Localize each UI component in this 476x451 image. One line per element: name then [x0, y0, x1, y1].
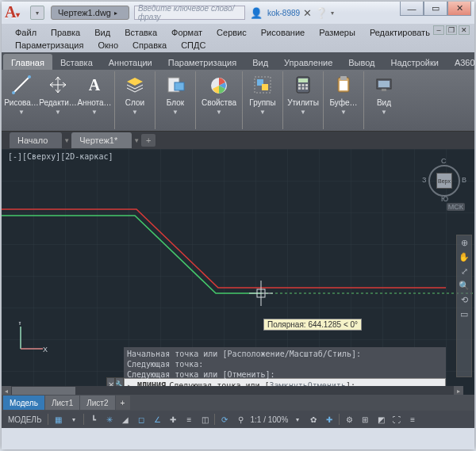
- viewport-label[interactable]: [-][Сверху][2D-каркас]: [8, 152, 113, 161]
- menu-modify[interactable]: Редактировать: [363, 25, 437, 38]
- ribbon-tab-parametric[interactable]: Параметризация: [160, 54, 244, 70]
- maximize-button[interactable]: ▭: [424, 2, 447, 16]
- lineweight-icon[interactable]: ≡: [182, 413, 195, 426]
- ribbon-tab-view[interactable]: Вид: [244, 54, 276, 70]
- menu-view[interactable]: Вид: [87, 25, 117, 38]
- exchange-icon[interactable]: ✕: [303, 7, 312, 19]
- menu-tools[interactable]: Сервис: [209, 25, 254, 38]
- ribbon-tab-a360[interactable]: A360: [447, 54, 476, 70]
- menu-parametric[interactable]: Параметризация: [8, 38, 90, 51]
- menu-format[interactable]: Формат: [164, 25, 209, 38]
- menu-help[interactable]: Справка: [125, 38, 174, 51]
- svg-rect-12: [302, 84, 305, 86]
- viewcube-south[interactable]: Ю: [441, 195, 448, 203]
- close-button[interactable]: ✕: [447, 2, 471, 16]
- snap-toggle-icon[interactable]: ┗: [87, 413, 100, 426]
- app-logo-icon[interactable]: A▾: [5, 4, 27, 21]
- titlebar: A▾ ▾ Чертеж1.dwg▸ Введите ключевое слово…: [2, 2, 474, 24]
- quickaccess-dropdown[interactable]: ▾: [30, 6, 44, 20]
- ribbon-tab-addins[interactable]: Надстройки: [383, 54, 447, 70]
- viewcube-east[interactable]: В: [462, 176, 466, 184]
- help-icon[interactable]: ❔: [315, 7, 328, 19]
- navigation-bar[interactable]: ⊕ ✋ ⤢ 🔍 ⟲ ▭: [456, 235, 472, 377]
- modify-panel-button[interactable]: Редакти…▼: [40, 71, 76, 117]
- isolate-icon[interactable]: ◩: [374, 413, 387, 426]
- cycling-icon[interactable]: ⟳: [218, 413, 231, 426]
- file-tab-drawing1[interactable]: Чертеж1*: [71, 132, 132, 148]
- ribbon-tab-manage[interactable]: Управление: [276, 54, 340, 70]
- layout-tab-sheet2[interactable]: Лист2: [80, 396, 114, 410]
- polar-toggle-icon[interactable]: ✳: [103, 413, 116, 426]
- annoscale-icon[interactable]: ⚲: [234, 413, 247, 426]
- username-label[interactable]: kok-8989: [267, 9, 300, 17]
- svg-rect-16: [305, 87, 308, 90]
- customize-icon[interactable]: ≡: [406, 413, 419, 426]
- navwheel-icon[interactable]: ⊕: [459, 237, 470, 248]
- file-tab-new[interactable]: +: [141, 134, 155, 147]
- view-panel-button[interactable]: Вид▼: [366, 71, 402, 117]
- signin-icon[interactable]: 👤: [250, 7, 263, 19]
- layout-tab-sheet1[interactable]: Лист1: [45, 396, 79, 410]
- viewcube[interactable]: Верх С В Ю З МСК: [427, 159, 462, 206]
- file-tab-start[interactable]: Начало: [10, 132, 62, 148]
- calc-icon: [291, 73, 315, 97]
- layout-tab-model[interactable]: Модель: [3, 396, 44, 410]
- zoom-extents-icon[interactable]: ⤢: [459, 266, 470, 277]
- dyn-input-icon[interactable]: ✚: [167, 413, 179, 426]
- ribbon-tab-home[interactable]: Главная: [3, 54, 52, 70]
- clipboard-panel-button[interactable]: Буфе…▼: [325, 71, 362, 117]
- ribbon-tab-insert[interactable]: Вставка: [52, 54, 101, 70]
- svg-rect-14: [298, 87, 301, 90]
- help-search-input[interactable]: Введите ключевое слово/фразу: [134, 6, 245, 20]
- draw-panel-button[interactable]: Рисова…▼: [3, 71, 40, 117]
- svg-rect-11: [298, 84, 301, 86]
- doc-restore-button[interactable]: ❐: [446, 25, 457, 35]
- ucs-icon: Y X: [16, 322, 48, 354]
- osnap-toggle-icon[interactable]: ◻: [135, 413, 148, 426]
- ribbon-tab-annotate[interactable]: Аннотации: [101, 54, 160, 70]
- svg-rect-22: [382, 89, 386, 91]
- doc-minimize-button[interactable]: –: [433, 25, 444, 35]
- transparency-icon[interactable]: ◫: [198, 413, 211, 426]
- viewcube-ucs[interactable]: МСК: [447, 203, 465, 211]
- scale-label[interactable]: 1:1 / 100%: [250, 413, 288, 426]
- menu-insert[interactable]: Вставка: [117, 25, 164, 38]
- horizontal-scrollbar[interactable]: ◂▸: [2, 386, 463, 395]
- menu-dimension[interactable]: Размеры: [312, 25, 363, 38]
- showmotion-icon[interactable]: ▭: [459, 308, 470, 319]
- gear-icon[interactable]: ✿: [307, 413, 320, 426]
- annotation-panel-button[interactable]: AАннота…▼: [76, 71, 113, 117]
- viewcube-west[interactable]: З: [422, 176, 426, 184]
- polar-tooltip: Полярная: 644.1285 < 0°: [263, 319, 362, 331]
- utilities-panel-button[interactable]: Утилиты▼: [285, 71, 321, 117]
- document-title-tab[interactable]: Чертеж1.dwg▸: [51, 6, 129, 20]
- menu-file[interactable]: Файл: [8, 25, 44, 38]
- cleanscreen-icon[interactable]: ⛶: [390, 413, 403, 426]
- ribbon-tab-output[interactable]: Вывод: [340, 54, 382, 70]
- minimize-button[interactable]: —: [400, 2, 424, 16]
- menu-window[interactable]: Окно: [90, 38, 125, 51]
- viewcube-north[interactable]: С: [441, 157, 447, 165]
- orbit-icon[interactable]: ⟲: [459, 294, 470, 305]
- modelspace-button[interactable]: МОДЕЛЬ: [5, 413, 44, 426]
- menu-spds[interactable]: СПДС: [174, 38, 213, 51]
- menu-edit[interactable]: Правка: [44, 25, 87, 38]
- clipboard-icon: [332, 73, 355, 97]
- otrack-toggle-icon[interactable]: ∠: [151, 413, 163, 426]
- layers-panel-button[interactable]: Слои▼: [117, 71, 153, 117]
- annotation-visibility-icon[interactable]: ✚: [323, 413, 336, 426]
- block-panel-button[interactable]: Блок▼: [157, 71, 194, 117]
- workspace-icon[interactable]: ⚙: [343, 413, 355, 426]
- groups-panel-button[interactable]: Группы▼: [244, 71, 281, 117]
- menu-draw[interactable]: Рисование: [254, 25, 312, 38]
- properties-panel-button[interactable]: Свойства▼: [198, 71, 240, 117]
- doc-close-button[interactable]: ✕: [459, 25, 470, 35]
- hardware-accel-icon[interactable]: ⊞: [359, 413, 371, 426]
- viewcube-face[interactable]: Верх: [436, 173, 452, 189]
- isoplane-icon[interactable]: ◢: [119, 413, 132, 426]
- layout-tab-new[interactable]: +: [116, 396, 130, 410]
- drawing-canvas[interactable]: [-][Сверху][2D-каркас] Верх С В Ю З МСК …: [2, 149, 474, 395]
- pan-icon[interactable]: ✋: [459, 251, 470, 262]
- grid-toggle-icon[interactable]: ▦: [52, 413, 64, 426]
- zoom-icon[interactable]: 🔍: [459, 280, 470, 291]
